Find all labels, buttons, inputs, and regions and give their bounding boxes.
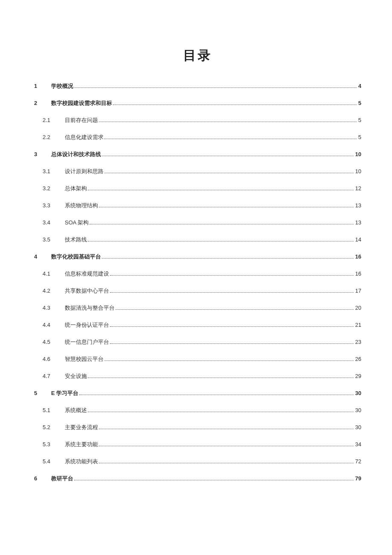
toc-leader-dots	[74, 87, 357, 88]
toc-entry-label: 信息化建设需求	[65, 134, 104, 141]
toc-entry-label: 数字化校园基础平台	[51, 253, 101, 261]
toc-entry-page: 79	[355, 475, 361, 482]
toc-entry-page: 13	[355, 219, 361, 226]
toc-entry: 5.3系统主要功能34	[34, 441, 361, 448]
toc-entry: 5.4系统功能列表72	[34, 458, 361, 465]
toc-entry-label: 目前存在问题	[65, 116, 98, 124]
toc-leader-dots	[104, 139, 357, 139]
toc-entry-page: 20	[355, 305, 361, 311]
toc-entry-page: 5	[358, 100, 361, 106]
toc-entry: 5.2主要业务流程30	[34, 424, 361, 431]
toc-entry: 4.3数据清洗与整合平台20	[34, 304, 361, 312]
toc-entry-page: 30	[355, 390, 361, 396]
toc-leader-dots	[102, 156, 354, 156]
toc-entry-label: 共享数据中心平台	[65, 287, 109, 295]
toc-entry-page: 17	[355, 288, 361, 294]
toc-entry-label: 技术路线	[65, 236, 87, 244]
toc-entry-number: 4.5	[43, 339, 65, 345]
toc-leader-dots	[99, 429, 354, 429]
toc-entry-label: 安全设施	[65, 372, 87, 380]
toc-entry-label: 系统概述	[65, 407, 87, 414]
toc-entry: 3.4SOA 架构13	[34, 219, 361, 227]
toc-title: 目录	[34, 47, 361, 64]
toc-leader-dots	[99, 207, 354, 207]
toc-entry-number: 2	[34, 100, 51, 106]
toc-entry-number: 3.4	[43, 219, 65, 226]
toc-entry-label: 总体设计和技术路线	[51, 151, 101, 158]
toc-entry-number: 4.6	[43, 356, 65, 362]
toc-entry-label: 设计原则和思路	[65, 168, 104, 175]
toc-entry-number: 5	[34, 390, 51, 396]
toc-leader-dots	[104, 173, 354, 173]
toc-leader-dots	[99, 463, 354, 463]
toc-entry-label: 统一信息门户平台	[65, 338, 109, 346]
toc-entry-number: 3.1	[43, 168, 65, 174]
toc-leader-dots	[88, 412, 354, 412]
toc-entry: 5E 学习平台30	[34, 389, 361, 397]
toc-entry: 4.2共享数据中心平台17	[34, 287, 361, 295]
toc-entry-label: 教研平台	[51, 475, 73, 482]
toc-entry-number: 6	[34, 475, 51, 482]
toc-leader-dots	[102, 258, 354, 259]
toc-entry-page: 13	[355, 202, 361, 209]
toc-entry-page: 21	[355, 322, 361, 328]
toc-leader-dots	[74, 480, 354, 480]
toc-leader-dots	[88, 190, 354, 190]
toc-entry-number: 4.1	[43, 270, 65, 277]
toc-entry: 6教研平台79	[34, 475, 361, 482]
toc-leader-dots	[99, 446, 354, 446]
toc-entry: 4.5统一信息门户平台23	[34, 338, 361, 346]
toc-entry-page: 10	[355, 168, 361, 174]
toc-entry: 4.1信息标准规范建设16	[34, 270, 361, 278]
toc-entry-number: 3.2	[43, 185, 65, 192]
toc-entry-number: 5.1	[43, 407, 65, 413]
toc-entry: 4.7安全设施29	[34, 372, 361, 380]
toc-entry-number: 4.4	[43, 322, 65, 328]
toc-entry-page: 5	[358, 117, 361, 123]
toc-entry-number: 4.7	[43, 373, 65, 379]
toc-entry-number: 5.4	[43, 458, 65, 465]
toc-leader-dots	[115, 309, 354, 310]
toc-entry: 2.2信息化建设需求5	[34, 134, 361, 141]
toc-entry-number: 3	[34, 151, 51, 157]
toc-entry-label: 主要业务流程	[65, 424, 98, 431]
toc-entry-number: 4.2	[43, 288, 65, 294]
toc-entry: 5.1系统概述30	[34, 407, 361, 414]
toc-leader-dots	[110, 343, 354, 344]
toc-leader-dots	[104, 360, 354, 361]
toc-entry-number: 5.2	[43, 424, 65, 430]
toc-entry-number: 2.2	[43, 134, 65, 140]
toc-entry-number: 5.3	[43, 441, 65, 447]
toc-leader-dots	[79, 395, 353, 395]
toc-entry: 3.1设计原则和思路10	[34, 168, 361, 175]
toc-entry: 4数字化校园基础平台16	[34, 253, 361, 261]
toc-entry-label: 系统物理结构	[65, 202, 98, 209]
toc-leader-dots	[88, 241, 354, 241]
toc-entry-page: 16	[355, 270, 361, 277]
toc-entry-page: 30	[355, 424, 361, 430]
toc-entry-label: 智慧校园云平台	[65, 355, 104, 363]
toc-entry-page: 4	[358, 83, 361, 89]
toc-entry-number: 4	[34, 253, 51, 260]
toc-leader-dots	[113, 105, 357, 105]
toc-entry-page: 72	[355, 458, 361, 465]
toc-leader-dots	[110, 292, 354, 293]
toc-entry-label: 系统主要功能	[65, 441, 98, 448]
toc-entry: 2.1目前存在问题5	[34, 116, 361, 124]
toc-entry: 2数字校园建设需求和目标5	[34, 99, 361, 107]
toc-leader-dots	[99, 122, 357, 122]
toc-entry: 3.2总体架构12	[34, 185, 361, 192]
toc-entry-page: 29	[355, 373, 361, 379]
toc-entry: 3.3系统物理结构13	[34, 202, 361, 209]
toc-entry-page: 26	[355, 356, 361, 362]
toc-entry-number: 4.3	[43, 305, 65, 311]
toc-entry: 1学校概况4	[34, 82, 361, 90]
toc-entry-page: 14	[355, 236, 361, 243]
toc-leader-dots	[110, 326, 354, 327]
toc-entry: 3.5技术路线14	[34, 236, 361, 244]
toc-leader-dots	[110, 275, 354, 276]
toc-entry-label: 总体架构	[65, 185, 87, 192]
toc-container: 1学校概况42数字校园建设需求和目标52.1目前存在问题52.2信息化建设需求5…	[34, 82, 361, 482]
toc-entry-number: 3.3	[43, 202, 65, 209]
toc-entry: 4.4统一身份认证平台21	[34, 321, 361, 329]
